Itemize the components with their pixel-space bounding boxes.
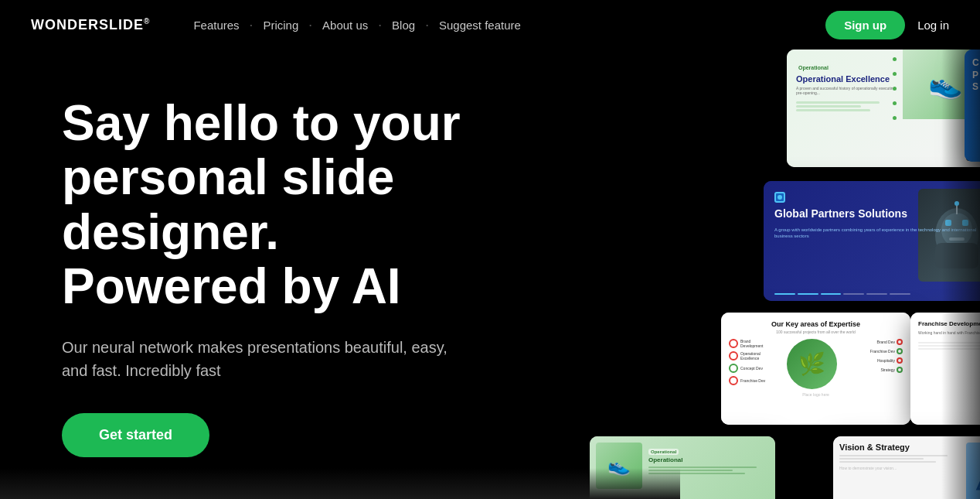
nav-link-features[interactable]: Features (187, 15, 245, 35)
slide-3-right-item-2: Franchise Dev (852, 348, 903, 354)
signup-button[interactable]: Sign up (825, 11, 905, 39)
dash-3 (821, 293, 842, 295)
nav-link-blog[interactable]: Blog (386, 15, 421, 35)
dot-5 (893, 116, 897, 120)
slide-3-placeholder: Place logo here (729, 392, 903, 397)
get-started-button[interactable]: Get started (62, 413, 209, 457)
slide-2-sub: A group with worldwide partners combinin… (774, 227, 980, 240)
item-label-2: Operational Excellence (740, 351, 771, 361)
slide-3-item-4: Franchise Dev (729, 376, 771, 385)
hero-headline: Say hello to your personal slide designe… (62, 96, 541, 314)
slide-2-logo-dot (778, 195, 782, 200)
item-label-1: Brand Development (740, 339, 771, 348)
slide-preview-2: Global Partners Solutions A group with w… (764, 181, 980, 301)
slide-3-title: Our Key areas of Expertise (729, 320, 903, 328)
slide-4-title: Franchise Development (918, 320, 980, 327)
dash-5 (866, 293, 887, 295)
slide-6-content: Vision & Strategy How to demonstrate you… (833, 436, 980, 499)
nav-link-suggest[interactable]: Suggest feature (433, 15, 527, 35)
line-1 (918, 342, 980, 343)
nav-separator-1: • (250, 22, 253, 29)
hero-section: Say hello to your personal slide designe… (0, 50, 980, 499)
s6-line-2 (839, 458, 924, 460)
s6-line-1 (839, 455, 948, 456)
slide-preview-7: CPS (965, 50, 980, 162)
item-circle-4 (729, 376, 738, 385)
slide-preview-3: Our Key areas of Expertise 100 successfu… (721, 313, 910, 425)
slide-3-item-1: Brand Development (729, 339, 771, 348)
slide-2-content: Global Partners Solutions A group with w… (764, 181, 980, 301)
nav-actions: Sign up Log in (825, 11, 949, 39)
nav-logo[interactable]: WONDERSLIDE® (31, 17, 150, 33)
slide-1-tag: Operational (796, 64, 831, 71)
slide-4-lines (918, 342, 980, 350)
item-label-3: Concept Dev (740, 366, 763, 371)
dot-4 (893, 101, 897, 105)
slide-3-right-item-3: Hospitality (852, 357, 903, 364)
item-circle-3 (729, 364, 738, 373)
slide-4-content: Franchise Development Working hand in ha… (910, 313, 980, 425)
nav-separator-3: • (379, 22, 381, 29)
slide-3-item-3: Concept Dev (729, 364, 771, 373)
slide-3-circular-image: 🌿 (787, 339, 837, 389)
slide-3-right-item-1: Brand Dev (852, 339, 903, 345)
dash-2 (798, 293, 818, 295)
slide-5-title: Operational (648, 456, 769, 463)
slide-7-title: CPS (972, 57, 980, 94)
slide-2-logo-icon (774, 192, 785, 203)
slide-previews: 👟 Operational Operational Excellence A p… (648, 50, 980, 499)
item-label-4: Franchise Dev (740, 378, 765, 383)
navbar: WONDERSLIDE® Features • Pricing • About … (0, 0, 980, 50)
slide-2-text: Global Partners Solutions A group with w… (774, 192, 980, 240)
vision-svg (974, 450, 980, 497)
slide-3-center: 🌿 (776, 339, 848, 389)
slide-1-lines (796, 101, 889, 111)
slide-6-title: Vision & Strategy (839, 443, 960, 452)
dot-2 (893, 72, 897, 76)
slide-1-line-3 (796, 109, 870, 111)
slide-3-content: Our Key areas of Expertise 100 successfu… (721, 313, 910, 425)
item-circle-2 (729, 351, 738, 361)
slide-3-left-items: Brand Development Operational Excellence… (729, 339, 771, 389)
right-dot-3 (897, 357, 903, 364)
dot-1 (893, 57, 897, 61)
slide-3-item-2: Operational Excellence (729, 351, 771, 361)
slide-1-dots (893, 57, 897, 120)
nav-separator-4: • (426, 22, 428, 29)
slide-3-right-items: Brand Dev Franchise Dev Hospitality (852, 339, 903, 389)
slide-1-line-1 (796, 101, 880, 104)
right-dot-1 (897, 339, 903, 345)
slide-6-lines (839, 455, 960, 463)
slide-6-image (966, 443, 980, 499)
dash-4 (843, 293, 864, 295)
line-3 (918, 348, 980, 350)
right-dot-4 (897, 367, 903, 373)
item-circle-1 (729, 339, 738, 348)
nav-link-pricing[interactable]: Pricing (257, 15, 305, 35)
dash-1 (774, 293, 795, 295)
slide-3-body: Brand Development Operational Excellence… (729, 339, 903, 389)
nav-links: Features • Pricing • About us • Blog • S… (187, 15, 825, 35)
slide-6-text: Vision & Strategy How to demonstrate you… (839, 443, 960, 499)
slide-1-sub: A proven and successful history of opera… (796, 86, 897, 95)
slide-preview-1: 👟 Operational Operational Excellence A p… (787, 50, 980, 167)
login-button[interactable]: Log in (917, 19, 949, 32)
line-2 (918, 345, 980, 347)
nav-link-about[interactable]: About us (316, 15, 374, 35)
slide-2-title: Global Partners Solutions (774, 207, 980, 220)
hero-text: Say hello to your personal slide designe… (0, 50, 541, 499)
slide-1-content: 👟 Operational Operational Excellence A p… (787, 50, 980, 167)
slide-4-sub: Working hand in hand with Franchisor... (918, 330, 980, 336)
slide-preview-6: Vision & Strategy How to demonstrate you… (833, 436, 980, 499)
slide-3-right-item-4: Strategy (852, 367, 903, 373)
slide-3-sub: 100 successful projects from all over th… (729, 330, 903, 334)
slide-5-tag: Operational (648, 449, 679, 455)
slide-6-description: How to demonstrate your vision... (839, 466, 960, 470)
slide-7-content: CPS (965, 50, 980, 162)
slide-preview-4: Franchise Development Working hand in ha… (910, 313, 980, 425)
s6-line-3 (839, 461, 936, 463)
hero-subtext: Our neural network makes presentations b… (62, 336, 464, 382)
dash-6 (890, 293, 910, 295)
dot-3 (893, 87, 897, 91)
slide-2-progress (774, 293, 910, 295)
